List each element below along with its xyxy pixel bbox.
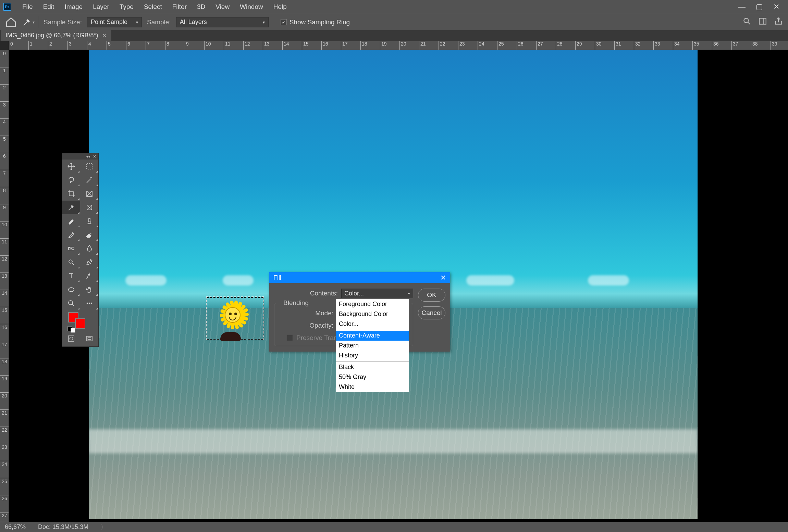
hand-tool[interactable]	[80, 283, 98, 296]
contents-select[interactable]: Color...▾	[341, 289, 413, 298]
workspace: 0123456789101112131415161718192021222324…	[0, 41, 788, 522]
status-bar: 66,67% Doc: 15,3M/15,3M 〉	[0, 522, 788, 532]
status-chevron-icon[interactable]: 〉	[101, 523, 107, 531]
type-tool[interactable]	[62, 269, 80, 283]
close-window-button[interactable]: ✕	[773, 2, 779, 11]
doc-size[interactable]: Doc: 15,3M/15,3M	[38, 523, 88, 531]
lasso-tool[interactable]	[62, 173, 80, 187]
svg-point-9	[87, 303, 88, 304]
checkbox-icon	[287, 335, 293, 341]
frame-tool[interactable]	[80, 187, 98, 201]
stamp-tool[interactable]	[80, 214, 98, 228]
dropdown-item[interactable]: Color...	[336, 319, 409, 329]
shape-tool[interactable]	[62, 283, 80, 296]
share-icon[interactable]	[774, 17, 783, 27]
tab-bar: IMG_0486.jpg @ 66,7% (RGB/8*) ✕	[0, 30, 788, 41]
document-tab[interactable]: IMG_0486.jpg @ 66,7% (RGB/8*) ✕	[1, 30, 111, 41]
contents-dropdown[interactable]: Foreground ColorBackground ColorColor...…	[336, 299, 409, 392]
dropdown-item[interactable]: White	[336, 382, 409, 392]
maximize-button[interactable]: ▢	[756, 2, 763, 11]
svg-point-0	[744, 18, 748, 23]
color-swatches[interactable]	[62, 312, 98, 333]
zoom-level[interactable]: 66,67%	[5, 523, 26, 531]
dropdown-item[interactable]: History	[336, 351, 409, 360]
dropdown-item[interactable]: Black	[336, 362, 409, 372]
close-dialog-icon[interactable]: ✕	[440, 274, 446, 282]
ok-button[interactable]: OK	[418, 289, 445, 302]
healing-brush-tool[interactable]	[80, 201, 98, 214]
window-controls: — ▢ ✕	[738, 2, 785, 11]
blur-tool[interactable]	[80, 242, 98, 255]
eraser-tool[interactable]	[80, 228, 98, 242]
dodge-tool[interactable]	[62, 255, 80, 269]
dropdown-item[interactable]: 50% Gray	[336, 372, 409, 382]
horizontal-ruler: 0123456789101112131415161718192021222324…	[9, 41, 788, 50]
crop-tool[interactable]	[62, 187, 80, 201]
menu-view[interactable]: View	[210, 3, 235, 11]
dropdown-item[interactable]: Foreground Color	[336, 299, 409, 309]
search-icon[interactable]	[742, 17, 751, 27]
app-icon: Ps	[3, 3, 11, 11]
path-tool[interactable]	[80, 269, 98, 283]
menu-edit[interactable]: Edit	[38, 3, 60, 11]
svg-point-13	[70, 337, 73, 340]
cancel-button[interactable]: Cancel	[418, 306, 445, 319]
background-color-swatch[interactable]	[75, 318, 85, 329]
dropdown-item[interactable]: Content-Aware	[336, 331, 409, 341]
contents-label: Contents:	[283, 290, 338, 297]
sample-select[interactable]: All Layers▾	[176, 17, 269, 27]
svg-rect-2	[87, 164, 92, 169]
current-tool-icon[interactable]: ▾	[22, 16, 38, 28]
checkbox-icon: ✓	[281, 19, 287, 25]
screen-mode-icon[interactable]	[86, 335, 93, 344]
blending-legend: Blending	[281, 299, 311, 307]
svg-rect-1	[759, 18, 766, 24]
fill-dialog[interactable]: Fill ✕ Contents: Color...▾ Foreground Co…	[269, 272, 450, 352]
close-tab-icon[interactable]: ✕	[102, 32, 107, 39]
menu-bar: Ps FileEditImageLayerTypeSelectFilter3DV…	[0, 0, 788, 14]
menu-type[interactable]: Type	[114, 3, 139, 11]
zoom-tool[interactable]	[62, 296, 80, 310]
magic-wand-tool[interactable]	[80, 173, 98, 187]
sunflower-sticker	[219, 301, 246, 329]
minimize-button[interactable]: —	[738, 2, 746, 11]
tools-panel[interactable]: ◂◂✕	[62, 153, 99, 347]
svg-point-7	[69, 288, 74, 292]
menu-image[interactable]: Image	[59, 3, 88, 11]
swimmer-head	[220, 332, 241, 341]
svg-point-8	[69, 301, 73, 305]
home-button[interactable]	[5, 16, 17, 28]
tools-panel-header[interactable]: ◂◂✕	[62, 153, 98, 160]
dialog-titlebar[interactable]: Fill ✕	[269, 272, 450, 283]
marquee-selection[interactable]	[206, 296, 264, 340]
pen-tool[interactable]	[80, 255, 98, 269]
show-sampling-ring-option[interactable]: ✓ Show Sampling Ring	[281, 18, 350, 26]
opacity-label: Opacity:	[279, 322, 333, 329]
dropdown-item[interactable]: Background Color	[336, 309, 409, 319]
move-tool[interactable]	[62, 160, 80, 173]
quick-mask-icon[interactable]	[67, 335, 75, 344]
sample-size-select[interactable]: Point Sample▾	[87, 17, 142, 27]
marquee-tool[interactable]	[80, 160, 98, 173]
svg-rect-15	[88, 338, 91, 340]
svg-rect-14	[86, 337, 92, 341]
vertical-ruler: 0123456789101112131415161718192021222324…	[0, 50, 9, 522]
menu-filter[interactable]: Filter	[167, 3, 192, 11]
menu-3d[interactable]: 3D	[192, 3, 210, 11]
menu-help[interactable]: Help	[268, 3, 292, 11]
menu-select[interactable]: Select	[139, 3, 167, 11]
menu-file[interactable]: File	[17, 3, 38, 11]
menu-layer[interactable]: Layer	[88, 3, 114, 11]
menu-window[interactable]: Window	[235, 3, 268, 11]
brush-tool[interactable]	[62, 214, 80, 228]
svg-point-10	[89, 303, 90, 304]
workspace-icon[interactable]	[758, 17, 767, 27]
mode-label: Mode:	[279, 309, 333, 317]
gradient-tool[interactable]	[62, 242, 80, 255]
svg-point-6	[69, 260, 72, 263]
more-tool[interactable]	[80, 296, 98, 310]
history-brush-tool[interactable]	[62, 228, 80, 242]
eyedropper-tool[interactable]	[62, 201, 80, 214]
dropdown-item[interactable]: Pattern	[336, 341, 409, 351]
sample-size-label: Sample Size:	[44, 18, 82, 26]
